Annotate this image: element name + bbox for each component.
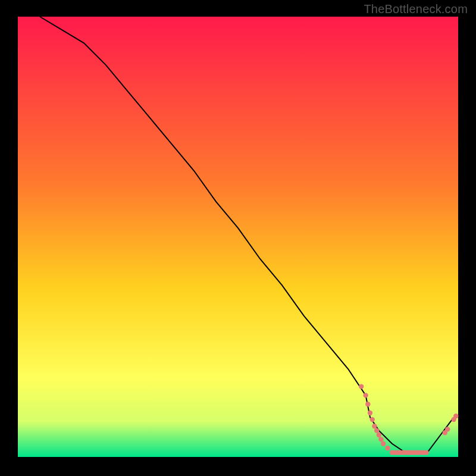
data-marker <box>445 427 450 431</box>
data-marker <box>453 414 458 418</box>
data-marker <box>385 446 390 450</box>
data-marker <box>359 384 364 389</box>
data-marker <box>381 441 386 446</box>
data-marker <box>378 437 383 441</box>
data-marker <box>374 428 379 433</box>
data-marker <box>424 450 429 455</box>
gradient-background <box>18 17 458 457</box>
chart-stage: TheBottleneck.com <box>0 0 476 476</box>
data-marker <box>363 393 368 397</box>
data-marker <box>368 411 372 415</box>
data-marker <box>372 424 377 428</box>
data-marker <box>365 402 370 406</box>
data-marker <box>377 433 381 437</box>
bottleneck-chart <box>0 0 476 476</box>
data-marker <box>370 417 375 422</box>
